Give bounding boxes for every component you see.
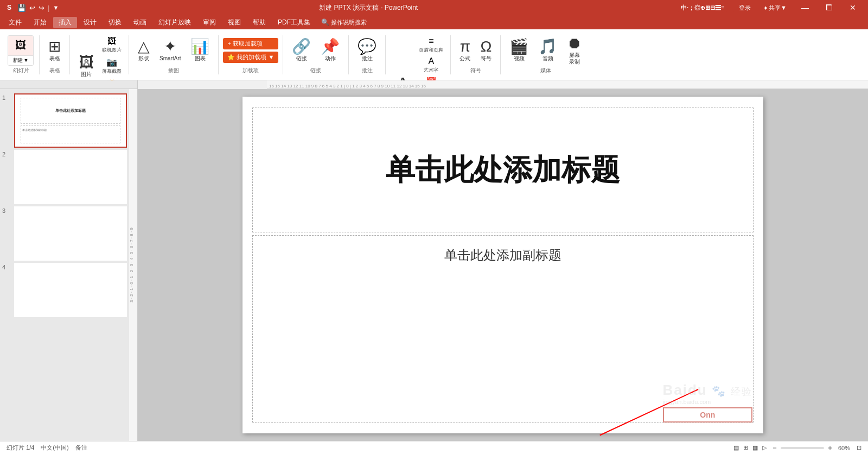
header-footer-icon: ≡ (429, 36, 433, 46)
zoom-level[interactable]: 60% (836, 445, 852, 451)
slide-panel: 1 单击此处添加标题 单击此处添加副标题 2 3 (0, 89, 129, 441)
slides-tools: 🖼 新建 ▼ (8, 35, 35, 66)
slide-thumb-3[interactable] (14, 206, 127, 261)
menu-home[interactable]: 开始 (28, 17, 52, 28)
slide-subtitle-text[interactable]: 单击此处添加副标题 (444, 247, 561, 264)
table-label: 表格 (49, 55, 60, 62)
ribbon-group-illustrations: △ 形状 ✦ SmartArt 📊 图表 插图 (129, 35, 219, 74)
get-addins-button[interactable]: + 获取加载项 (223, 38, 278, 49)
screen-record-button[interactable]: ⏺ 屏幕录制 (563, 35, 586, 66)
slide-title-box[interactable]: 单击此处添加标题 (252, 108, 754, 232)
comment-tools: 💬 批注 (353, 35, 381, 66)
header-footer-label: 页眉和页脚 (419, 47, 443, 54)
addin-tools: + 获取加载项 ⭐ 我的加载项 ▼ (223, 35, 278, 66)
main-area: 1 单击此处添加标题 单击此处添加副标题 2 3 (0, 89, 868, 441)
login-button[interactable]: 登录 (733, 3, 756, 13)
view-slide-sorter-icon[interactable]: ⊞ (743, 444, 748, 451)
ribbon-group-media: 🎬 视频 🎵 音频 ⏺ 屏幕录制 媒体 (501, 35, 591, 74)
slide-count-info: 幻灯片 1/4 (7, 444, 34, 452)
statusbar: 幻灯片 1/4 中文(中国) 备注 ▤ ⊞ ▦ ▷ － ＋ 60% ⊡ (0, 441, 868, 454)
links-group-label: 链接 (310, 67, 321, 74)
screenshot-button[interactable]: 📷 屏幕截图 (99, 56, 124, 76)
menu-design[interactable]: 设计 (78, 17, 102, 28)
insert-picture-button[interactable]: 🖼 图片 (74, 51, 98, 81)
menu-view[interactable]: 视图 (222, 17, 246, 28)
zoom-in-button[interactable]: ＋ (826, 443, 834, 453)
view-reading-icon[interactable]: ▦ (752, 444, 758, 451)
menu-pdf[interactable]: PDF工具集 (272, 17, 316, 28)
slide-item-2[interactable]: 2 (2, 150, 127, 204)
thumb1-subtitle-text: 单击此处添加副标题 (22, 128, 47, 131)
slide-item-1[interactable]: 1 单击此处添加标题 单击此处添加副标题 (2, 93, 127, 148)
canvas-area[interactable]: 单击此处添加标题 单击此处添加副标题 Baidu 🐾 经验 jingyan.ba… (138, 89, 868, 441)
new-slide-button[interactable]: 🖼 新建 ▼ (8, 35, 34, 66)
new-slide-label: 新建 ▼ (8, 55, 33, 65)
share-button[interactable]: ♦ 共享▼ (758, 3, 792, 13)
action-button[interactable]: 📌 动作 (316, 35, 344, 66)
insert-link-button[interactable]: 🔗 链接 (288, 35, 315, 66)
quick-access-more[interactable]: ▼ (53, 4, 59, 11)
search-label[interactable]: 操作说明搜索 (331, 18, 367, 27)
header-footer-button[interactable]: ≡ 页眉和页脚 (416, 35, 446, 55)
menu-review[interactable]: 审阅 (197, 17, 221, 28)
ribbon-group-symbols: π 公式 Ω 符号 符号 (451, 35, 501, 74)
shapes-button[interactable]: △ 形状 (133, 35, 154, 66)
menu-transition[interactable]: 切换 (103, 17, 127, 28)
slide-thumb-1[interactable]: 单击此处添加标题 单击此处添加副标题 (14, 93, 127, 148)
minimize-button[interactable]: — (794, 0, 816, 15)
video-button[interactable]: 🎬 视频 (505, 35, 533, 66)
zoom-out-button[interactable]: － (771, 443, 778, 453)
maximize-button[interactable]: ⧠ (818, 0, 840, 15)
ribbon-group-slides: 🖼 新建 ▼ 幻灯片 (3, 35, 40, 74)
table-group-label: 表格 (49, 67, 60, 74)
slide-title-text[interactable]: 单击此处添加标题 (386, 150, 620, 190)
action-icon: 📌 (321, 39, 340, 54)
get-addins-label: 获取加载项 (233, 40, 263, 48)
fit-window-button[interactable]: ⊡ (857, 444, 861, 451)
watermark: Baidu 🐾 经验 jingyan.baidu.com Onn (663, 382, 752, 423)
equation-button[interactable]: π 公式 (455, 35, 475, 66)
slide-canvas[interactable]: 单击此处添加标题 单击此处添加副标题 Baidu 🐾 经验 jingyan.ba… (242, 97, 763, 433)
slide-item-4[interactable]: 4 (2, 263, 127, 317)
audio-button[interactable]: 🎵 音频 (534, 35, 561, 66)
audio-icon: 🎵 (538, 39, 557, 54)
ribbon-content: 🖼 新建 ▼ 幻灯片 ⊞ 表格 表格 (0, 29, 868, 80)
symbol-button[interactable]: Ω 符号 (476, 35, 496, 66)
picture-label: 图片 (81, 71, 92, 78)
my-addins-icon: ⭐ (227, 54, 235, 61)
comment-label: 批注 (362, 55, 373, 62)
slide-thumb-4[interactable] (14, 263, 127, 317)
baidu-logo-text: Baidu (663, 382, 707, 398)
menu-help[interactable]: 帮助 (247, 17, 271, 28)
menu-slideshow[interactable]: 幻灯片放映 (153, 17, 196, 28)
save-icon[interactable]: 💾 (17, 4, 26, 12)
online-pic-icon: 🖼 (107, 36, 116, 46)
insert-comment-button[interactable]: 💬 批注 (353, 35, 381, 66)
slide-item-3[interactable]: 3 (2, 206, 127, 261)
symbol-label: 符号 (481, 55, 492, 62)
my-addins-button[interactable]: ⭐ 我的加载项 ▼ (223, 52, 278, 63)
ribbon-group-text: A 文本框 ≡ 页眉和页脚 A 艺术字 📅 日期和时间 (386, 35, 451, 74)
redo-icon[interactable]: ↪ (39, 4, 44, 12)
symbols-group-label: 符号 (470, 67, 481, 74)
slide-thumb-2[interactable] (14, 150, 127, 204)
table-icon: ⊞ (48, 39, 61, 54)
search-bar[interactable]: 🔍 操作说明搜索 (321, 18, 367, 27)
view-slideshow-icon[interactable]: ▷ (762, 444, 767, 451)
menu-animation[interactable]: 动画 (128, 17, 152, 28)
zoom-slider[interactable] (781, 447, 824, 449)
chart-button[interactable]: 📊 图表 (186, 35, 214, 66)
close-button[interactable]: ✕ (842, 0, 864, 15)
notes-button[interactable]: 备注 (75, 444, 87, 452)
online-picture-button[interactable]: 🖼 联机图片 (99, 35, 124, 55)
view-normal-icon[interactable]: ▤ (733, 444, 739, 451)
link-icon: 🔗 (292, 39, 311, 54)
smartart-button[interactable]: ✦ SmartArt (155, 35, 185, 66)
menu-file[interactable]: 文件 (3, 17, 27, 28)
slide-number-1: 1 (2, 94, 11, 101)
menu-insert[interactable]: 插入 (53, 17, 77, 28)
wordart-button[interactable]: A 艺术字 (416, 55, 446, 75)
insert-table-button[interactable]: ⊞ 表格 (44, 35, 65, 66)
slide-thumb-inner-4 (15, 264, 126, 316)
undo-icon[interactable]: ↩ (29, 4, 35, 12)
